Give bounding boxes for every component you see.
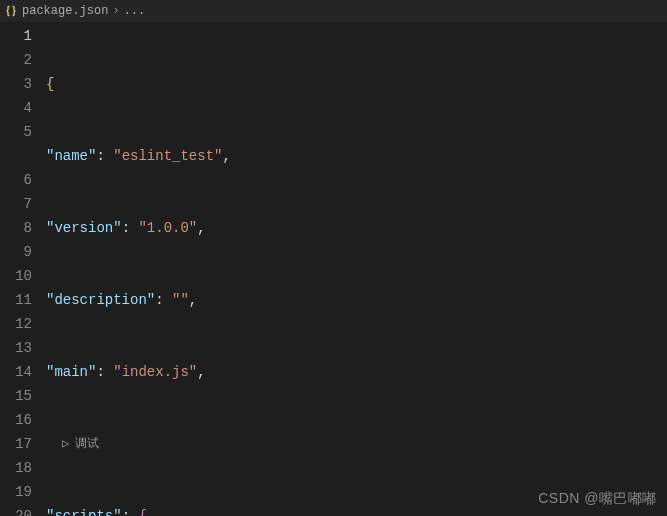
breadcrumb-rest[interactable]: ...	[124, 4, 146, 18]
line-number: 7	[0, 192, 32, 216]
json-key: "main"	[46, 360, 96, 384]
watermark-text: CSDN @嘴巴嘟嘟	[538, 490, 657, 508]
json-file-icon	[4, 4, 18, 18]
line-number: 15	[0, 384, 32, 408]
json-value: ""	[172, 288, 189, 312]
line-number: 2	[0, 48, 32, 72]
line-number: 17	[0, 432, 32, 456]
json-value: "eslint_test"	[113, 144, 222, 168]
json-key: "description"	[46, 288, 155, 312]
line-number: 13	[0, 336, 32, 360]
line-number: 9	[0, 240, 32, 264]
codelens-debug[interactable]: ▷调试	[46, 432, 667, 456]
line-number: 11	[0, 288, 32, 312]
line-number: 1	[0, 24, 32, 48]
breadcrumb-file[interactable]: package.json	[22, 4, 108, 18]
line-number: 10	[0, 264, 32, 288]
breadcrumb-bar: package.json › ...	[0, 0, 667, 22]
line-number: 5	[0, 120, 32, 144]
line-number: 3	[0, 72, 32, 96]
line-number: 8	[0, 216, 32, 240]
line-number: 20	[0, 504, 32, 516]
line-number	[0, 144, 32, 168]
line-number: 6	[0, 168, 32, 192]
line-number-gutter: 1 2 3 4 5 6 7 8 9 10 11 12 13 14 15 16 1…	[0, 22, 46, 516]
play-icon: ▷	[62, 432, 69, 456]
line-number: 14	[0, 360, 32, 384]
codelens-label: 调试	[75, 432, 99, 456]
json-key: "version"	[46, 216, 122, 240]
breadcrumb-separator: ›	[112, 4, 119, 18]
code-content[interactable]: { "name": "eslint_test", "version": "1.0…	[46, 22, 667, 516]
line-number: 4	[0, 96, 32, 120]
line-number: 18	[0, 456, 32, 480]
json-key: "name"	[46, 144, 96, 168]
json-value: "1.0.0"	[138, 216, 197, 240]
line-number: 16	[0, 408, 32, 432]
json-value: "index.js"	[113, 360, 197, 384]
editor-area[interactable]: 1 2 3 4 5 6 7 8 9 10 11 12 13 14 15 16 1…	[0, 22, 667, 516]
line-number: 19	[0, 480, 32, 504]
json-key: "scripts"	[46, 504, 122, 516]
line-number: 12	[0, 312, 32, 336]
